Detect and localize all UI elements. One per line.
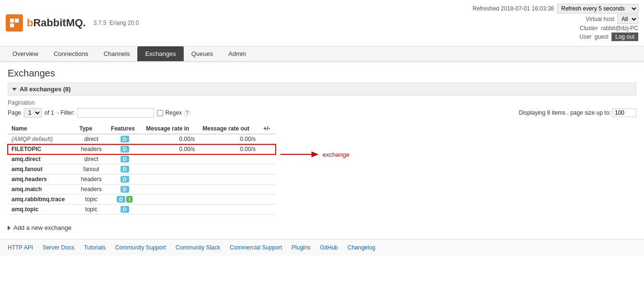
filter-input[interactable]	[78, 108, 154, 118]
nav-queues[interactable]: Queues	[184, 46, 221, 61]
cell-rate-out	[199, 195, 259, 205]
footer-link[interactable]: Server Docs	[43, 244, 74, 251]
header-right: Refreshed 2018-07-01 16:03:38 Refresh ev…	[473, 4, 638, 42]
cell-features: D	[107, 174, 142, 184]
table-row[interactable]: (AMQP default)directD0.00/s0.00/s	[8, 134, 276, 144]
cell-features: D	[107, 205, 142, 215]
cell-rate-out	[199, 184, 259, 195]
logo-area: bRabbitMQ. 3.7.5 Erlang 20.0	[6, 14, 139, 32]
svg-rect-1	[15, 19, 19, 22]
virtual-host-label: Virtual host	[586, 16, 614, 22]
regex-label: Regex	[165, 109, 182, 116]
logout-button[interactable]: Log out	[611, 32, 638, 41]
cell-rate-out	[199, 164, 259, 174]
footer-link[interactable]: Plugins	[292, 244, 311, 251]
col-rate-in: Message rate in	[142, 123, 199, 134]
annotation-text: exchange	[322, 151, 349, 158]
table-row[interactable]: amq.directdirectD	[8, 154, 276, 164]
cell-rate-in	[142, 184, 199, 195]
cell-rate-in	[142, 205, 199, 215]
cell-type: direct	[76, 134, 107, 144]
cell-features: D	[107, 144, 142, 154]
col-plus-minus: +/-	[259, 123, 276, 134]
cell-type: headers	[76, 144, 107, 154]
filter-label: - Filter:	[57, 109, 75, 116]
page-select[interactable]: 1	[24, 108, 42, 118]
table-row[interactable]: amq.topictopicD	[8, 205, 276, 215]
cell-features: D	[107, 184, 142, 195]
regex-checkbox[interactable]	[157, 110, 163, 116]
svg-rect-2	[10, 23, 14, 27]
cell-plus-minus	[259, 134, 276, 144]
cell-name: amq.rabbitmq.trace	[8, 195, 76, 205]
footer-link[interactable]: HTTP API	[8, 244, 33, 251]
cell-rate-in	[142, 164, 199, 174]
refreshed-timestamp: Refreshed 2018-07-01 16:03:38	[473, 5, 554, 12]
cell-type: headers	[76, 184, 107, 195]
cell-name: FILETOPIC	[8, 144, 76, 154]
cell-features: DI	[107, 195, 142, 205]
nav-overview[interactable]: Overview	[5, 46, 46, 61]
cell-plus-minus	[259, 174, 276, 184]
table-row[interactable]: amq.fanoutfanoutD	[8, 164, 276, 174]
all-exchanges-header[interactable]: All exchanges (8)	[8, 83, 636, 96]
cell-rate-out	[199, 174, 259, 184]
table-row[interactable]: amq.matchheadersD	[8, 184, 276, 195]
footer-link[interactable]: Changelog	[347, 244, 375, 251]
cell-name: amq.headers	[8, 174, 76, 184]
footer-links: HTTP APIServer DocsTutorialsCommunity Su…	[8, 244, 636, 251]
table-row[interactable]: amq.headersheadersD	[8, 174, 276, 184]
cell-plus-minus	[259, 154, 276, 164]
cell-features: D	[107, 164, 142, 174]
logo-text: bRabbitMQ.	[27, 17, 86, 29]
display-info: Displaying 8 items , page size up to:	[519, 108, 636, 117]
footer-link[interactable]: Commercial Support	[230, 244, 282, 251]
cell-type: topic	[76, 205, 107, 215]
virtual-host-select[interactable]: All	[617, 14, 638, 24]
version-info: 3.7.5 Erlang 20.0	[93, 20, 139, 26]
cell-type: fanout	[76, 164, 107, 174]
cell-name: (AMQP default)	[8, 134, 76, 144]
all-exchanges-label: All exchanges (8)	[20, 86, 71, 93]
cell-rate-out	[199, 154, 259, 164]
annotation-arrow	[280, 150, 319, 159]
table-row[interactable]: amq.rabbitmq.tracetopicDI	[8, 195, 276, 205]
footer-link[interactable]: Community Support	[115, 244, 166, 251]
logo-icon	[6, 14, 23, 32]
col-features: Features	[107, 123, 142, 134]
col-rate-out: Message rate out	[199, 123, 259, 134]
refresh-select[interactable]: Refresh every 5 seconds Refresh every 10…	[557, 4, 638, 13]
table-row[interactable]: FILETOPICheadersD0.00/s0.00/s	[8, 144, 276, 154]
cell-rate-in	[142, 195, 199, 205]
exchanges-table: Name Type Features Message rate in Messa…	[8, 123, 276, 215]
cell-plus-minus	[259, 195, 276, 205]
pagination-label: Pagination	[8, 99, 636, 106]
add-triangle-icon	[8, 226, 11, 230]
cell-rate-in: 0.00/s	[142, 144, 199, 154]
nav: Overview Connections Channels Exchanges …	[0, 46, 644, 62]
cell-name: amq.fanout	[8, 164, 76, 174]
footer-link[interactable]: GitHub	[320, 244, 338, 251]
svg-marker-4	[311, 151, 319, 157]
cell-plus-minus	[259, 205, 276, 215]
footer-link[interactable]: Community Slack	[176, 244, 220, 251]
pagination-row: Page 1 of 1 - Filter: Regex ? Displaying…	[8, 108, 636, 118]
cell-rate-in: 0.00/s	[142, 134, 199, 144]
cell-plus-minus	[259, 144, 276, 154]
page-size-input[interactable]	[612, 108, 636, 117]
cell-features: D	[107, 134, 142, 144]
nav-connections[interactable]: Connections	[46, 46, 96, 61]
cell-type: topic	[76, 195, 107, 205]
cluster-label: Cluster	[580, 25, 598, 32]
cell-rate-in	[142, 174, 199, 184]
page-title: Exchanges	[8, 68, 636, 79]
nav-channels[interactable]: Channels	[96, 46, 137, 61]
nav-exchanges[interactable]: Exchanges	[137, 46, 183, 61]
help-icon: ?	[184, 109, 190, 116]
add-exchange-toggle[interactable]: Add a new exchange	[8, 222, 636, 233]
footer: HTTP APIServer DocsTutorialsCommunity Su…	[0, 239, 644, 256]
of-label: of 1	[44, 109, 54, 116]
footer-link[interactable]: Tutorials	[84, 244, 106, 251]
nav-admin[interactable]: Admin	[221, 46, 254, 61]
cell-name: amq.match	[8, 184, 76, 195]
